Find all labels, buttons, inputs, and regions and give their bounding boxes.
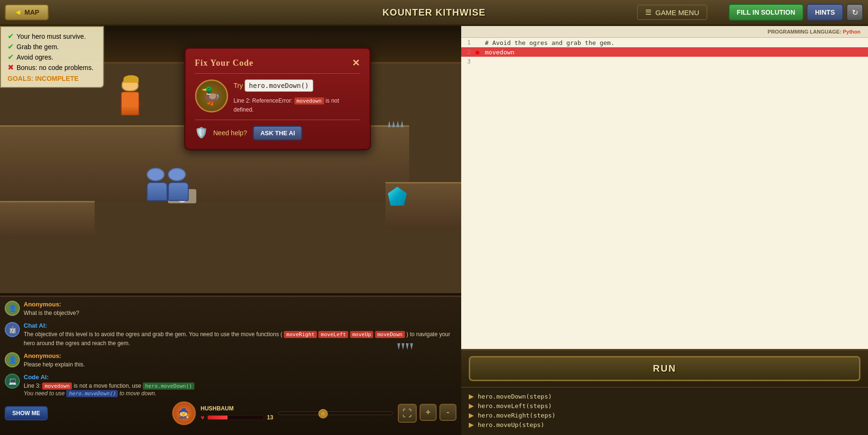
code-editor[interactable]: 1 # Avoid the ogres and grab the gem. 2 …	[461, 38, 868, 349]
code-line-3: 3	[461, 57, 868, 66]
suggestion-code-3[interactable]: hero.moveRight(steps)	[478, 412, 555, 419]
goals-panel: ✔ Your hero must survive. ✔ Grab the gem…	[0, 26, 104, 88]
hp-fill	[208, 416, 227, 419]
chat-text-1: What is the objective?	[24, 309, 456, 317]
goal-item-3: ✔ Avoid ogres.	[8, 52, 96, 61]
refresh-button[interactable]: ↻	[846, 4, 863, 21]
need-help-row: 🛡️ Need help? ASK THE AI	[195, 126, 360, 140]
try-text: Try	[234, 82, 243, 89]
user-avatar-2: 👤	[5, 352, 20, 367]
fix-code-close-button[interactable]: ✕	[352, 57, 360, 69]
speed-slider[interactable]	[278, 411, 393, 415]
chat-message-3: 👤 Anonymous: Please help explain this.	[5, 352, 456, 369]
suggestion-icon-4: ▶	[469, 421, 474, 428]
hints-button[interactable]: HINTS	[807, 4, 843, 21]
spikes-bottom	[397, 343, 413, 350]
error-description: Line 2: ReferenceError: movedown is not …	[234, 96, 360, 114]
cross-icon: ✖	[8, 63, 14, 72]
ogre-body	[147, 182, 167, 201]
show-me-row: SHOW ME 🧙 HUSHBAUM ♥ 13	[5, 401, 456, 427]
ask-ai-button[interactable]: ASK THE AI	[253, 126, 302, 140]
code-ai-avatar: 💻	[5, 374, 20, 389]
fix-code-content: Try hero.moveDown() Line 2: ReferenceErr…	[234, 79, 360, 114]
username-code-ai: Code AI:	[24, 374, 456, 381]
hero-character	[116, 78, 144, 116]
spike	[397, 343, 400, 350]
fix-code-body: 🦆 Try hero.moveDown() Line 2: ReferenceE…	[195, 79, 360, 114]
fix-code-modal: Fix Your Code ✕ 🦆 Try hero.moveDown() Li…	[184, 47, 371, 150]
map-button[interactable]: ◄ MAP	[5, 4, 49, 20]
gem	[388, 187, 409, 208]
zoom-out-button[interactable]: -	[439, 404, 456, 421]
suggestion-item-3: ▶ hero.moveRight(steps)	[469, 411, 860, 419]
code-editor-area: PROGRAMMING LANGUAGE: Python 1 # Avoid t…	[461, 26, 868, 435]
code-tag-heroMoveDown: hero.moveDown()	[143, 383, 194, 390]
player-avatar: 🧙	[172, 401, 196, 425]
ogre-head	[168, 168, 186, 181]
suggestion-item-4: ▶ hero.moveUp(steps)	[469, 421, 860, 428]
error-code-span: movedown	[294, 97, 324, 104]
code-editor-header: PROGRAMMING LANGUAGE: Python	[461, 26, 868, 38]
gem-shape	[388, 187, 407, 206]
speed-slider-area	[278, 411, 393, 415]
top-bar: ◄ MAP KOUNTER KITHWISE ☰ GAME MENU FILL …	[0, 0, 868, 26]
run-button[interactable]: RUN	[469, 356, 860, 381]
run-button-area: RUN	[461, 349, 868, 387]
duck-icon: 🦆	[201, 86, 222, 106]
speed-knob[interactable]	[318, 409, 328, 418]
suggestion-code-1[interactable]: hero.moveDown(steps)	[478, 393, 552, 400]
code-tag-moveUp: moveUp	[350, 331, 374, 338]
chat-content-3: Anonymous: Please help explain this.	[24, 352, 456, 369]
need-help-label: Need help?	[213, 129, 247, 137]
line-content-2: movedown	[483, 49, 868, 56]
duck-avatar: 🦆	[195, 79, 228, 113]
zoom-in-button[interactable]: +	[420, 404, 437, 421]
code-line-1: 1 # Avoid the ogres and grab the gem.	[461, 38, 868, 47]
chat-content-4: Code AI: Line 3: movedown is not a move …	[24, 374, 456, 397]
suggestion-code-2[interactable]: hero.moveLeft(steps)	[478, 402, 552, 409]
ogre-2	[168, 168, 192, 194]
fix-code-title: Fix Your Code	[195, 58, 254, 68]
language-label: PROGRAMMING LANGUAGE:	[768, 29, 842, 35]
code-tag-heroMoveDown2: hero.moveDown()	[66, 390, 118, 397]
suggestion-item-1: ▶ hero.moveDown(steps)	[469, 392, 860, 400]
spike	[388, 121, 391, 127]
hero-hair	[123, 75, 139, 83]
line-num-1: 1	[461, 39, 475, 46]
show-me-button[interactable]: SHOW ME	[5, 406, 48, 420]
python-label: Python	[843, 29, 860, 35]
map-label: MAP	[25, 9, 39, 16]
line-num-3: 3	[461, 58, 475, 65]
game-area: 🔥 🔥	[0, 26, 461, 435]
username-2: Anonymous:	[24, 352, 456, 359]
suggestion-code-4[interactable]: hero.moveUp(steps)	[478, 421, 544, 428]
line-num-2: 2	[461, 49, 475, 55]
game-menu-label: GAME MENU	[655, 9, 699, 17]
goal-item-2: ✔ Grab the gem.	[8, 42, 96, 51]
suggestion-icon-3: ▶	[469, 411, 474, 419]
level-title: KOUNTER KITHWISE	[382, 7, 485, 18]
code-tag-moveRight: moveRight	[284, 331, 317, 338]
game-menu-button[interactable]: ☰ GAME MENU	[637, 5, 707, 20]
goal-item-1: ✔ Your hero must survive.	[8, 32, 96, 41]
expand-button[interactable]: ⛶	[398, 404, 417, 423]
ai-avatar: 🤖	[5, 322, 20, 337]
chat-content-2: Chat AI: The objective of this level is …	[24, 322, 456, 348]
username-1: Anonymous:	[24, 301, 456, 308]
goal-text-1: Your hero must survive.	[17, 33, 86, 40]
goal-text-4: Bonus: no code problems.	[17, 64, 94, 71]
chat-text-2: The objective of this level is to avoid …	[24, 330, 456, 348]
code-line-2: 2 ● movedown	[461, 47, 868, 57]
hp-bar	[207, 415, 264, 420]
spike	[410, 343, 413, 350]
spikes-3	[388, 121, 403, 127]
fill-solution-button[interactable]: FILL IN SOLUTION	[728, 4, 804, 21]
lower-section: 👤 Anonymous: What is the objective? 🤖 Ch…	[0, 293, 461, 435]
line-content-1: # Avoid the ogres and grab the gem.	[483, 39, 868, 46]
suggestion-icon-1: ▶	[469, 392, 474, 400]
player-name: HUSHBAUM	[201, 405, 273, 412]
goal-item-4: ✖ Bonus: no code problems.	[8, 63, 96, 72]
check-icon: ✔	[8, 52, 14, 61]
goals-status: GOALS: INCOMPLETE	[8, 75, 96, 82]
code-tag-moveLeft: moveLeft	[318, 331, 348, 338]
